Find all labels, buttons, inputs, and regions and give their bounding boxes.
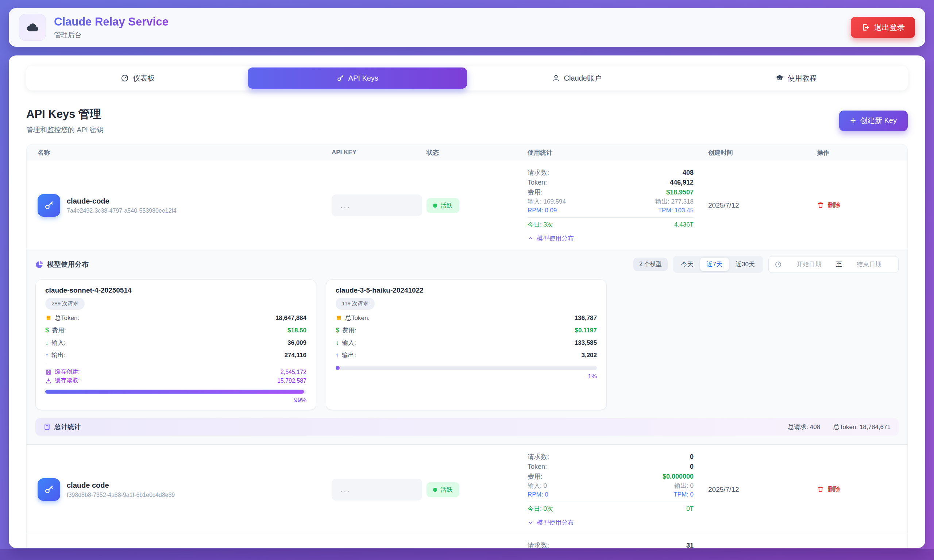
output-tokens: 输出: 0 — [674, 482, 694, 490]
rpm: RPM: 0 — [528, 490, 548, 499]
input-tokens: 输入: 169,594 — [528, 197, 566, 206]
output-value: 274,116 — [284, 352, 306, 359]
col-header-status: 状态 — [426, 148, 522, 157]
today-requests: 今日: 0次 — [528, 505, 553, 513]
app-title: Claude Relay Service — [54, 15, 169, 28]
gauge-icon — [121, 74, 129, 82]
requests-value: 31 — [686, 541, 694, 548]
delete-button[interactable]: 删除 — [817, 201, 841, 209]
created-date: 2025/7/12 — [697, 202, 802, 209]
status-dot-icon — [433, 488, 437, 492]
range-30-days[interactable]: 近30天 — [729, 258, 762, 271]
tab-tutorial[interactable]: 使用教程 — [687, 68, 906, 89]
logout-button[interactable]: 退出登录 — [851, 17, 915, 38]
app-subtitle: 管理后台 — [54, 30, 169, 40]
main-panel: 仪表板 API Keys Claude账户 使用教程 API Keys 管理 管… — [9, 55, 925, 548]
tab-dashboard[interactable]: 仪表板 — [28, 68, 248, 89]
logout-icon — [861, 23, 870, 32]
output-tokens: 输出: 277,318 — [655, 197, 694, 206]
end-date-input[interactable] — [846, 261, 892, 268]
model-usage-toggle[interactable]: 模型使用分布 — [528, 518, 574, 527]
page-subtitle: 管理和监控您的 API 密钥 — [26, 125, 104, 135]
clock-icon — [775, 261, 782, 268]
usage-percent: 99% — [45, 397, 306, 404]
api-key-id: f398d8b8-7352-4a88-9a1f-6b1e0c4d8e89 — [67, 492, 175, 498]
date-range-picker: 至 — [768, 256, 899, 273]
tab-api-keys[interactable]: API Keys — [248, 68, 467, 89]
cost-value: $0.000000 — [663, 472, 694, 482]
key-icon — [44, 200, 54, 211]
table-row: claude code f398d8b8-7352-4a88-9a1f-6b1e… — [27, 445, 907, 533]
requests-value: 0 — [690, 452, 694, 462]
model-usage-toggle[interactable]: 模型使用分布 — [528, 234, 574, 243]
rpm: RPM: 0.09 — [528, 206, 557, 215]
totals-bar: 总计统计 总请求: 408 总Token: 18,784,671 — [35, 418, 899, 435]
cost-value: $18.9507 — [666, 188, 694, 197]
api-key-name: claude code — [67, 481, 175, 489]
token-value: 0 — [690, 462, 694, 472]
created-date: 2025/7/12 — [697, 486, 802, 494]
range-today[interactable]: 今天 — [675, 258, 700, 271]
key-icon — [336, 74, 345, 82]
cloud-icon — [25, 20, 40, 35]
graduation-cap-icon — [776, 74, 784, 82]
api-key-mask[interactable]: ... — [332, 478, 422, 500]
model-name: claude-sonnet-4-20250514 — [45, 286, 306, 294]
model-card: claude-3-5-haiku-20241022 119 次请求 总Token… — [326, 280, 607, 410]
api-key-name: claude-code — [67, 197, 177, 205]
user-icon — [552, 74, 560, 82]
usage-progress-bar — [335, 366, 597, 370]
dollar-icon: $ — [335, 326, 339, 334]
calculator-icon — [43, 423, 51, 431]
usage-percent: 1% — [335, 373, 597, 380]
model-card: claude-sonnet-4-20250514 289 次请求 总Token:… — [35, 280, 316, 410]
col-header-usage: 使用统计 — [522, 148, 697, 157]
tab-bar: 仪表板 API Keys Claude账户 使用教程 — [26, 66, 908, 91]
total-token-value: 136,787 — [575, 314, 597, 322]
table-row: claude-code 7a4e2492-3c38-4797-a540-5539… — [27, 160, 907, 249]
cache-create-value: 2,545,172 — [280, 369, 306, 375]
model-count-badge: 2 个模型 — [633, 258, 667, 271]
create-key-button[interactable]: + 创建新 Key — [839, 111, 908, 131]
pie-chart-icon — [35, 260, 43, 269]
key-avatar — [38, 478, 60, 501]
plus-icon: + — [850, 115, 856, 126]
trash-icon — [817, 486, 824, 493]
col-header-created: 创建时间 — [697, 148, 802, 157]
usage-stats: 请求数:408 Token:446,912 费用:$18.9507 输入: 16… — [522, 168, 697, 243]
col-header-name: 名称 — [27, 148, 332, 157]
trash-icon — [817, 202, 824, 209]
today-tokens: 4,436T — [674, 220, 694, 229]
usage-progress-bar — [45, 390, 306, 394]
input-value: 36,009 — [288, 339, 306, 346]
table-header-row: 名称 API KEY 状态 使用统计 创建时间 操作 — [27, 145, 907, 160]
total-requests: 总请求: 408 — [788, 423, 820, 431]
table-row: aaa 50dd6db8-4df0-4d8e-a12b-95afb6e6fbcc… — [27, 533, 907, 548]
arrow-down-icon: ↓ — [335, 339, 339, 346]
output-value: 3,202 — [581, 352, 597, 359]
cache-read-value: 15,792,587 — [277, 378, 306, 384]
dollar-icon: $ — [45, 326, 49, 334]
arrow-up-icon: ↑ — [335, 351, 339, 359]
start-date-input[interactable] — [786, 261, 832, 268]
today-tokens: 0T — [686, 505, 694, 513]
divider — [528, 502, 694, 502]
delete-button[interactable]: 删除 — [817, 485, 841, 494]
input-tokens: 输入: 0 — [528, 482, 547, 490]
arrow-down-icon: ↓ — [45, 339, 49, 346]
usage-stats: 请求数:0 Token:0 费用:$0.000000 输入: 0输出: 0 RP… — [522, 452, 697, 527]
tpm: TPM: 0 — [674, 490, 694, 499]
requests-value: 408 — [683, 168, 694, 178]
cost-value: $0.1197 — [575, 327, 597, 334]
range-7-days[interactable]: 近7天 — [700, 258, 729, 271]
token-value: 446,912 — [670, 178, 694, 188]
arrow-up-icon: ↑ — [45, 351, 49, 359]
tpm: TPM: 103.45 — [658, 206, 694, 215]
app-logo — [19, 14, 46, 41]
key-icon — [44, 485, 54, 495]
tab-claude-account[interactable]: Claude账户 — [467, 68, 687, 89]
api-key-mask[interactable]: ... — [332, 194, 422, 216]
col-header-api-key: API KEY — [332, 149, 426, 156]
status-badge: 活跃 — [426, 482, 459, 497]
chevron-up-icon — [528, 235, 534, 242]
